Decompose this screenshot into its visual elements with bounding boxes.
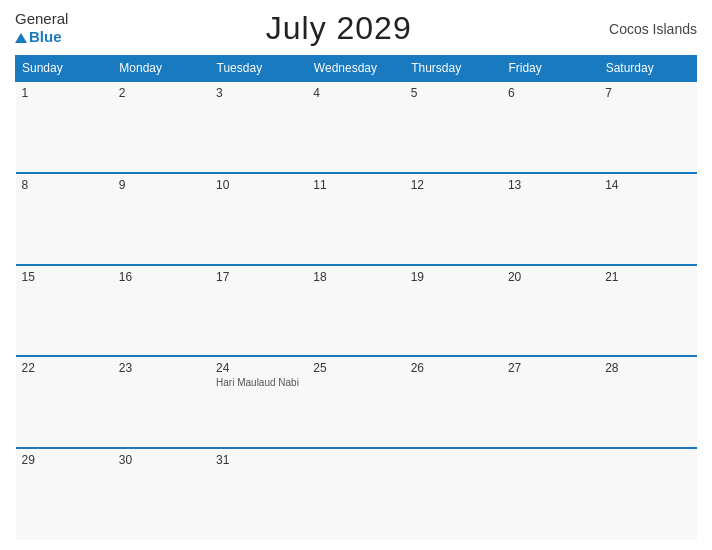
table-row: 6 [502,81,599,173]
table-row: 23 [113,356,210,448]
table-row: 20 [502,265,599,357]
table-row: 22 [16,356,113,448]
day-number: 31 [216,453,301,467]
table-row: 2 [113,81,210,173]
table-row [405,448,502,540]
table-row: 12 [405,173,502,265]
region-label: Cocos Islands [609,21,697,37]
table-row [307,448,404,540]
table-row: 28 [599,356,696,448]
day-number: 10 [216,178,301,192]
calendar-body: 123456789101112131415161718192021222324H… [16,81,697,540]
table-row: 5 [405,81,502,173]
day-number: 22 [22,361,107,375]
table-row: 24Hari Maulaud Nabi [210,356,307,448]
table-row: 17 [210,265,307,357]
event-label: Hari Maulaud Nabi [216,377,301,388]
day-number: 11 [313,178,398,192]
logo: General Blue [15,11,68,45]
logo-blue-text: Blue [15,28,68,46]
calendar-week-5: 293031 [16,448,697,540]
month-title: July 2029 [266,10,412,47]
day-number: 12 [411,178,496,192]
table-row: 10 [210,173,307,265]
day-number: 23 [119,361,204,375]
col-wednesday: Wednesday [307,56,404,82]
day-number: 13 [508,178,593,192]
table-row [502,448,599,540]
day-number: 4 [313,86,398,100]
table-row: 26 [405,356,502,448]
calendar-week-4: 222324Hari Maulaud Nabi25262728 [16,356,697,448]
day-number: 8 [22,178,107,192]
table-row [599,448,696,540]
day-number: 5 [411,86,496,100]
day-number: 9 [119,178,204,192]
calendar-header: General Blue July 2029 Cocos Islands [15,10,697,47]
day-number: 15 [22,270,107,284]
table-row: 21 [599,265,696,357]
day-number: 2 [119,86,204,100]
col-thursday: Thursday [405,56,502,82]
day-number: 30 [119,453,204,467]
day-number: 17 [216,270,301,284]
day-number: 24 [216,361,301,375]
table-row: 1 [16,81,113,173]
col-monday: Monday [113,56,210,82]
table-row: 14 [599,173,696,265]
col-saturday: Saturday [599,56,696,82]
col-friday: Friday [502,56,599,82]
table-row: 13 [502,173,599,265]
table-row: 19 [405,265,502,357]
day-number: 3 [216,86,301,100]
day-number: 7 [605,86,690,100]
table-row: 29 [16,448,113,540]
logo-general-text: General [15,11,68,28]
table-row: 8 [16,173,113,265]
day-number: 28 [605,361,690,375]
logo-triangle-icon [15,33,27,43]
calendar-header-row: Sunday Monday Tuesday Wednesday Thursday… [16,56,697,82]
day-number: 6 [508,86,593,100]
table-row: 11 [307,173,404,265]
logo-blue-label: Blue [29,28,62,45]
table-row: 31 [210,448,307,540]
table-row: 25 [307,356,404,448]
table-row: 27 [502,356,599,448]
day-number: 29 [22,453,107,467]
table-row: 3 [210,81,307,173]
day-number: 21 [605,270,690,284]
table-row: 16 [113,265,210,357]
table-row: 18 [307,265,404,357]
table-row: 9 [113,173,210,265]
calendar-week-1: 1234567 [16,81,697,173]
calendar-table: Sunday Monday Tuesday Wednesday Thursday… [15,55,697,540]
day-number: 16 [119,270,204,284]
day-number: 1 [22,86,107,100]
col-tuesday: Tuesday [210,56,307,82]
day-number: 25 [313,361,398,375]
day-number: 27 [508,361,593,375]
day-number: 19 [411,270,496,284]
table-row: 7 [599,81,696,173]
table-row: 15 [16,265,113,357]
day-number: 20 [508,270,593,284]
calendar-week-2: 891011121314 [16,173,697,265]
day-number: 26 [411,361,496,375]
col-sunday: Sunday [16,56,113,82]
table-row: 4 [307,81,404,173]
calendar-week-3: 15161718192021 [16,265,697,357]
day-number: 14 [605,178,690,192]
day-number: 18 [313,270,398,284]
table-row: 30 [113,448,210,540]
